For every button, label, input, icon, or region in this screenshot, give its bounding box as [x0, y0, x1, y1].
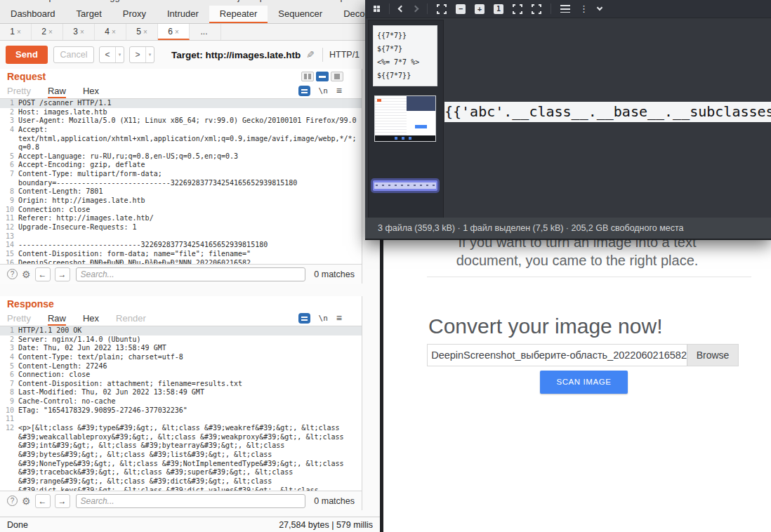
search-next-icon[interactable]: →: [55, 267, 70, 281]
code-line: 9Cache-Control: no-cache: [0, 397, 362, 406]
tab-hex[interactable]: Hex: [83, 86, 99, 98]
send-button[interactable]: Send: [6, 46, 48, 64]
tab-raw[interactable]: Raw: [48, 313, 66, 326]
ssti-payload-text: {{'abc'.__class__.__base__.__subclasses_…: [444, 103, 771, 120]
code-line: 2Server: nginx/1.14.0 (Ubuntu): [0, 335, 362, 345]
search-prev-icon[interactable]: ←: [35, 267, 51, 281]
dropdown-chevron-icon[interactable]: [597, 5, 602, 11]
module-tab[interactable]: Target: [66, 6, 112, 23]
close-tab-icon[interactable]: ×: [112, 28, 116, 36]
repeater-tab[interactable]: 6×: [158, 24, 190, 40]
code-line: 7Content-Disposition: attachment; filena…: [0, 380, 362, 389]
history-forward-button[interactable]: > ▾: [129, 46, 154, 63]
more-options-icon[interactable]: ⋮: [579, 6, 588, 13]
close-tab-icon[interactable]: ×: [175, 28, 179, 36]
editor-menu-icon[interactable]: ≡: [336, 312, 342, 324]
request-editor[interactable]: 1POST /scanner HTTP/1.1 2Host: images.la…: [0, 99, 362, 264]
tab-pretty[interactable]: Pretty: [7, 313, 31, 326]
code-line: 8Last-Modified: Thu, 02 Jun 2022 13:58:4…: [0, 388, 362, 397]
close-tab-icon[interactable]: ×: [17, 28, 21, 36]
search-next-icon[interactable]: →: [55, 494, 70, 508]
repeater-tab[interactable]: 5×: [126, 24, 158, 40]
zoom-fit-icon[interactable]: [437, 4, 447, 14]
response-panel: Response Pretty Raw Hex Render \n ≡ 1HTT…: [0, 296, 362, 510]
gear-icon[interactable]: ⚙: [22, 496, 31, 507]
gear-icon[interactable]: ⚙: [22, 269, 31, 280]
cancel-button[interactable]: Cancel: [53, 46, 94, 63]
code-line: 6Accept-Encoding: gzip, deflate: [0, 161, 362, 170]
file-upload-field[interactable]: DeepinScreenshot_выберите-область_202206…: [427, 344, 739, 366]
pretty-print-icon[interactable]: [298, 313, 310, 324]
zoom-in-icon[interactable]: +: [475, 4, 485, 14]
module-tab[interactable]: Dashboard: [0, 6, 66, 23]
thumbnail-selected-image[interactable]: [373, 180, 437, 191]
scan-image-button[interactable]: SCAN IMAGE: [540, 371, 628, 394]
repeater-tab[interactable]: 3×: [63, 24, 95, 40]
code-line: 11Referer: http://images.late.htb/: [0, 214, 362, 223]
thumbnail-screenshot-image[interactable]: [374, 95, 436, 142]
thumbnail-payload-image[interactable]: {{7*7}}${7*7}<%= 7*7 %>${{7*7}}: [373, 25, 437, 86]
chevron-down-icon[interactable]: ▾: [115, 47, 124, 62]
tab-raw[interactable]: Raw: [48, 86, 66, 98]
tab-pretty[interactable]: Pretty: [7, 86, 31, 98]
convert-heading: Convert your image now!: [428, 314, 663, 338]
close-tab-icon[interactable]: ×: [143, 28, 147, 36]
zoom-out-icon[interactable]: −: [456, 4, 466, 14]
chevron-down-icon[interactable]: ▾: [145, 47, 154, 62]
module-tab[interactable]: Intruder: [157, 6, 209, 23]
module-tab[interactable]: Proxy: [112, 6, 157, 23]
http-version-label[interactable]: HTTP/1: [329, 50, 360, 60]
status-done: Done: [7, 520, 28, 530]
repeater-tab[interactable]: 1×: [0, 24, 32, 40]
fullscreen-icon[interactable]: [513, 4, 522, 14]
edit-pencil-icon[interactable]: ✎: [306, 49, 315, 60]
thumbnail-filmstrip[interactable]: {{7*7}}${7*7}<%= 7*7 %>${{7*7}}: [368, 20, 444, 218]
help-icon[interactable]: ?: [7, 496, 18, 506]
code-line: 3User-Agent: Mozilla/5.0 (X11; Linux x86…: [0, 117, 362, 126]
tab-hex[interactable]: Hex: [83, 313, 99, 326]
newline-toggle-icon[interactable]: \n: [319, 314, 328, 323]
main-image-view[interactable]: {{'abc'.__class__.__base__.__subclasses_…: [444, 102, 771, 122]
section-divider: [427, 277, 751, 277]
code-line: &#39;bytes&#39;&gt;, &lt;class &#39;list…: [0, 451, 362, 460]
editor-menu-icon[interactable]: ≡: [336, 85, 342, 96]
search-prev-icon[interactable]: ←: [35, 494, 51, 508]
forward-icon[interactable]: [412, 6, 419, 13]
module-tab-partial[interactable]: Extender: [157, 0, 194, 4]
repeater-tab[interactable]: 2×: [32, 24, 63, 40]
layout-rows-icon[interactable]: [316, 72, 329, 81]
module-tab-partial[interactable]: Logger: [100, 0, 128, 4]
code-line: 2Host: images.late.htb: [0, 108, 362, 117]
pretty-print-icon[interactable]: [298, 86, 310, 96]
back-icon[interactable]: [398, 6, 405, 13]
code-line: 7Content-Type: multipart/form-data;: [0, 170, 362, 179]
status-metrics: 27,584 bytes | 579 millis: [279, 520, 373, 530]
layout-columns-icon[interactable]: [301, 72, 314, 81]
module-tab[interactable]: Repeater: [209, 6, 268, 23]
frameless-icon[interactable]: [532, 4, 541, 14]
repeater-tab[interactable]: 4×: [95, 24, 126, 40]
request-search-input[interactable]: [76, 267, 306, 281]
module-tab[interactable]: Sequencer: [268, 6, 333, 23]
repeater-tab[interactable]: ...: [190, 24, 221, 40]
close-tab-icon[interactable]: ×: [80, 28, 84, 36]
module-tab-partial[interactable]: Project options: [223, 0, 284, 4]
code-line: 10ETag: "1654178329.90895-27246-37703223…: [0, 406, 362, 415]
response-editor[interactable]: 1HTTP/1.1 200 OK 2Server: nginx/1.14.0 (…: [0, 326, 362, 491]
module-tab-partial[interactable]: Comparer: [29, 0, 70, 4]
zoom-100-icon[interactable]: 1: [494, 4, 503, 14]
thumbnail-rows-icon[interactable]: [560, 5, 570, 13]
history-back-button[interactable]: < ▾: [99, 46, 124, 63]
help-icon[interactable]: ?: [7, 269, 18, 279]
code-line: 3Date: Thu, 02 Jun 2022 13:58:49 GMT: [0, 344, 362, 353]
tab-render[interactable]: Render: [116, 313, 146, 326]
code-line: &#39;weakcallableproxy&#39;&gt;, &lt;cla…: [0, 433, 362, 442]
newline-toggle-icon[interactable]: \n: [319, 86, 328, 95]
browse-button[interactable]: Browse: [687, 345, 738, 366]
response-search-input[interactable]: [76, 494, 306, 508]
close-tab-icon[interactable]: ×: [48, 28, 53, 36]
layout-single-icon[interactable]: [331, 72, 343, 81]
module-tab-partial[interactable]: User options: [313, 0, 364, 4]
image-viewer-window: − + 1 ⋮ {{7*7}}${7*7}<%= 7*7 %>${{7*7}}: [365, 0, 771, 240]
thumbnails-grid-icon[interactable]: [374, 6, 380, 12]
